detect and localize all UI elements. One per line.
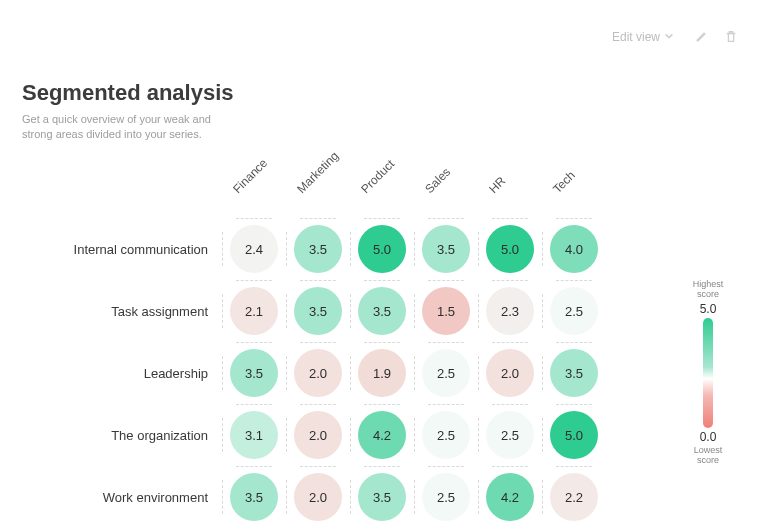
analysis-card: Edit view Segmented analysis Get a quick…: [0, 0, 768, 531]
heatmap-cell[interactable]: 2.1: [222, 280, 286, 342]
column-header-label: Tech: [550, 168, 578, 196]
edit-view-button[interactable]: Edit view: [612, 30, 678, 44]
heatmap-cell[interactable]: 2.2: [542, 466, 606, 528]
heatmap-cell[interactable]: 3.5: [286, 218, 350, 280]
color-legend: Highest score 5.0 0.0 Lowest score: [688, 280, 728, 466]
column-header: Sales: [414, 156, 478, 204]
heatmap-bubble: 3.5: [294, 225, 342, 273]
row-label: The organization: [22, 404, 222, 466]
heatmap-bubble: 2.2: [550, 473, 598, 521]
heatmap-bubble: 3.5: [230, 473, 278, 521]
heatmap-cell[interactable]: 2.5: [414, 466, 478, 528]
column-header: Product: [350, 156, 414, 204]
edit-view-label: Edit view: [612, 30, 660, 44]
heatmap-cell[interactable]: 2.0: [286, 404, 350, 466]
heatmap-cell[interactable]: 2.5: [414, 404, 478, 466]
heatmap-bubble: 3.5: [550, 349, 598, 397]
heatmap-bubble: 2.0: [294, 349, 342, 397]
column-header: HR: [478, 156, 542, 204]
heatmap-bubble: 4.2: [358, 411, 406, 459]
column-header-label: Marketing: [294, 149, 341, 196]
heatmap-cell[interactable]: 5.0: [542, 404, 606, 466]
heatmap-bubble: 2.0: [486, 349, 534, 397]
page-subtitle: Get a quick overview of your weak and st…: [22, 112, 212, 143]
heatmap-bubble: 3.5: [358, 287, 406, 335]
heatmap-cell[interactable]: 5.0: [350, 218, 414, 280]
heatmap-bubble: 1.9: [358, 349, 406, 397]
legend-gradient-bar: [703, 318, 713, 428]
heatmap-cell[interactable]: 1.5: [414, 280, 478, 342]
heatmap-cell[interactable]: 3.5: [414, 218, 478, 280]
heatmap-cell[interactable]: 2.5: [414, 342, 478, 404]
heatmap-bubble: 4.0: [550, 225, 598, 273]
heatmap-bubble: 2.5: [422, 411, 470, 459]
heatmap-cell[interactable]: 3.5: [222, 466, 286, 528]
heatmap-bubble: 3.5: [230, 349, 278, 397]
chevron-down-icon: [664, 30, 678, 44]
toolbar: Edit view: [612, 30, 738, 44]
heatmap-cell[interactable]: 1.9: [350, 342, 414, 404]
heatmap-cell[interactable]: 3.5: [222, 342, 286, 404]
heatmap-bubble: 2.1: [230, 287, 278, 335]
heatmap-bubble: 2.3: [486, 287, 534, 335]
heatmap-bubble: 2.4: [230, 225, 278, 273]
heatmap-cell[interactable]: 2.0: [478, 342, 542, 404]
heatmap-cell[interactable]: 2.3: [478, 280, 542, 342]
heatmap-bubble: 3.5: [422, 225, 470, 273]
legend-highest-caption: Highest score: [688, 280, 728, 300]
heatmap-bubble: 2.5: [486, 411, 534, 459]
page-title: Segmented analysis: [22, 80, 234, 106]
heatmap-cell[interactable]: 4.2: [350, 404, 414, 466]
heatmap-bubble: 4.2: [486, 473, 534, 521]
header: Segmented analysis Get a quick overview …: [22, 80, 234, 143]
heatmap-corner: [22, 156, 222, 204]
heatmap-cell[interactable]: 5.0: [478, 218, 542, 280]
heatmap-bubble: 2.5: [422, 349, 470, 397]
heatmap-cell[interactable]: 4.0: [542, 218, 606, 280]
column-header: Finance: [222, 156, 286, 204]
row-label: Work environment: [22, 466, 222, 528]
heatmap-cell[interactable]: 3.1: [222, 404, 286, 466]
column-header-label: Finance: [230, 156, 270, 196]
heatmap-bubble: 3.5: [294, 287, 342, 335]
heatmap-cell[interactable]: 2.0: [286, 466, 350, 528]
heatmap-cell[interactable]: 2.4: [222, 218, 286, 280]
column-header: Tech: [542, 156, 606, 204]
heatmap-cell[interactable]: 2.0: [286, 342, 350, 404]
heatmap-cell[interactable]: 3.5: [542, 342, 606, 404]
heatmap-bubble: 5.0: [550, 411, 598, 459]
column-header-label: Sales: [422, 165, 453, 196]
heatmap-cell[interactable]: 4.2: [478, 466, 542, 528]
column-header-label: Product: [358, 157, 397, 196]
pencil-icon[interactable]: [694, 30, 708, 44]
heatmap-cell[interactable]: 3.5: [350, 280, 414, 342]
row-label: Leadership: [22, 342, 222, 404]
heatmap-bubble: 2.5: [550, 287, 598, 335]
row-label: Internal communication: [22, 218, 222, 280]
heatmap-bubble: 3.5: [358, 473, 406, 521]
legend-lowest-caption: Lowest score: [688, 446, 728, 466]
heatmap-bubble: 2.0: [294, 473, 342, 521]
row-label: Task assignment: [22, 280, 222, 342]
heatmap-bubble: 2.5: [422, 473, 470, 521]
heatmap-bubble: 2.0: [294, 411, 342, 459]
column-header-label: HR: [486, 174, 508, 196]
legend-highest-value: 5.0: [688, 302, 728, 316]
heatmap-bubble: 1.5: [422, 287, 470, 335]
column-header: Marketing: [286, 156, 350, 204]
heatmap-cell[interactable]: 2.5: [478, 404, 542, 466]
legend-lowest-value: 0.0: [688, 430, 728, 444]
heatmap-bubble: 3.1: [230, 411, 278, 459]
heatmap-cell[interactable]: 3.5: [286, 280, 350, 342]
heatmap-cell[interactable]: 3.5: [350, 466, 414, 528]
heatmap-bubble: 5.0: [358, 225, 406, 273]
heatmap-bubble: 5.0: [486, 225, 534, 273]
heatmap-cell[interactable]: 2.5: [542, 280, 606, 342]
heatmap-grid: FinanceMarketingProductSalesHRTechIntern…: [22, 156, 606, 528]
trash-icon[interactable]: [724, 30, 738, 44]
